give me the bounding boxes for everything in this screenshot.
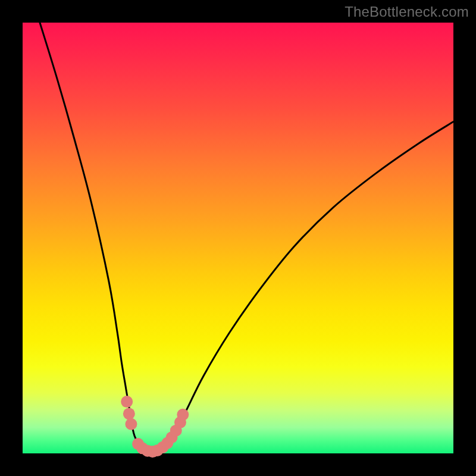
marker-dot xyxy=(177,409,189,421)
marker-dot xyxy=(125,418,137,430)
bottleneck-curve xyxy=(40,23,453,453)
chart-frame: TheBottleneck.com xyxy=(0,0,476,476)
marker-dots xyxy=(121,396,189,458)
marker-dot xyxy=(121,396,133,408)
chart-svg xyxy=(23,23,453,453)
curve-right-branch xyxy=(152,122,453,453)
watermark-text: TheBottleneck.com xyxy=(345,4,469,20)
marker-dot xyxy=(123,408,135,419)
curve-left-branch xyxy=(40,23,152,453)
chart-plot-area xyxy=(23,23,453,453)
